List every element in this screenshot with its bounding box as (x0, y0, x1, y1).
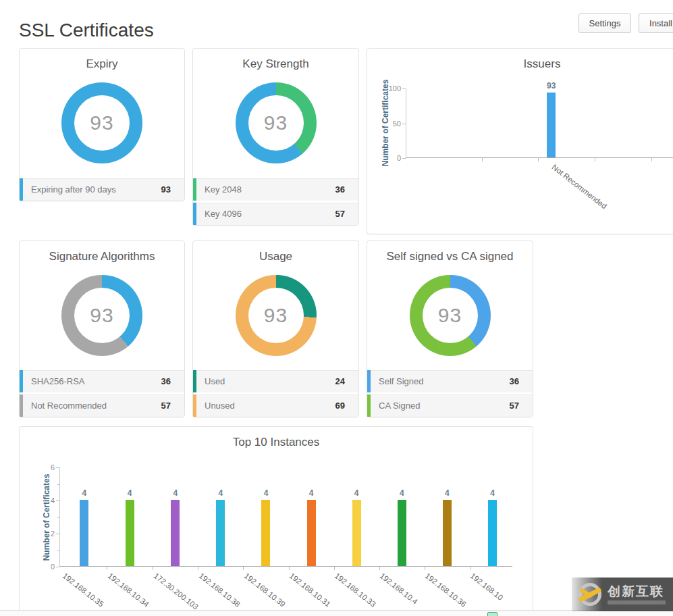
y-tick-label: 0 (36, 563, 55, 571)
legend-item[interactable]: Expiring after 90 days93 (20, 178, 184, 201)
x-axis-tick (334, 567, 335, 570)
y-axis-tick (402, 88, 406, 89)
expiry-card: Expiry 93 Expiring after 90 days93 (19, 48, 185, 201)
y-tick-label: 2 (36, 530, 55, 538)
expiry-legend: Expiring after 90 days93 (20, 176, 184, 201)
x-axis-label: 192.168.10 (469, 571, 505, 602)
bar-192.168.10.39[interactable]: 4 (261, 500, 270, 566)
bar-value-label: 4 (219, 488, 223, 498)
usage-total: 93 (236, 275, 317, 356)
signature-algorithms-donut-chart[interactable]: 93 (61, 275, 142, 356)
bar-192.168.10.31[interactable]: 4 (307, 500, 316, 566)
signature-algorithms-total: 93 (61, 275, 142, 356)
bar-value-label: 4 (490, 488, 495, 498)
usage-card: Usage 93 Used24Unused69 (192, 240, 359, 417)
y-tick-label: 4 (36, 496, 55, 505)
expiry-donut-chart[interactable]: 93 (61, 82, 142, 163)
x-axis-tick (289, 567, 290, 570)
legend-item[interactable]: Key 409657 (193, 203, 358, 225)
watermark-subtext-blur (608, 600, 666, 605)
y-axis-tick (56, 467, 59, 468)
legend-label: Expiring after 90 days (31, 184, 161, 195)
legend-value: 36 (161, 376, 171, 386)
bar-value-label: 4 (309, 488, 314, 498)
legend-value: 93 (161, 184, 171, 195)
bar-192.168.10.4[interactable]: 4 (398, 500, 406, 566)
legend-label: Unused (205, 401, 335, 411)
bar-value-label: 4 (354, 488, 359, 498)
usage-card-title: Usage (193, 250, 358, 263)
settings-button[interactable]: Settings (578, 14, 631, 33)
bar-192.168.10.34[interactable]: 4 (126, 500, 134, 566)
watermark: 创新互联 (572, 578, 673, 611)
bar-192.168.10.35[interactable]: 4 (80, 500, 88, 566)
issuers-bar-chart: 05010093Not Recommended (406, 88, 673, 158)
x-axis-label: 192.168.10.38 (197, 571, 241, 609)
bar-172.30.200.103[interactable]: 4 (171, 500, 180, 566)
signature-algorithms-legend: SHA256-RSA36Not Recommended57 (20, 368, 184, 417)
legend-color-marker (367, 370, 371, 392)
install-button[interactable]: Install (639, 14, 673, 33)
legend-item[interactable]: Unused69 (193, 394, 358, 417)
x-axis-label: 192.168.10.31 (288, 571, 332, 609)
legend-item[interactable]: SHA256-RSA36 (20, 370, 184, 392)
x-axis-tick (651, 158, 652, 161)
x-axis-label: Not Recommended (550, 163, 608, 210)
legend-label: Used (205, 376, 335, 386)
legend-item[interactable]: Used24 (193, 370, 358, 392)
x-axis-label: 192.168.10.35 (61, 571, 105, 609)
x-axis-label: 192.168.10.36 (424, 571, 468, 609)
top-10-instances-card-title: Top 10 Instances (20, 436, 533, 449)
bar-value-label: 4 (173, 488, 178, 498)
legend-value: 57 (161, 401, 171, 411)
y-tick-label: 0 (383, 154, 401, 162)
y-axis-minor-tick (57, 484, 59, 485)
legend-label: Self Signed (379, 376, 510, 386)
legend-color-marker (193, 178, 196, 201)
legend-color-marker (193, 370, 196, 392)
self-vs-ca-donut-chart[interactable]: 93 (410, 275, 491, 356)
legend-label: Not Recommended (31, 401, 161, 411)
signature-algorithms-card-title: Signature Algorithms (20, 250, 184, 263)
y-axis-tick (56, 567, 59, 567)
bar-192.168.10.38[interactable]: 4 (216, 500, 225, 566)
clipped-green-icon (487, 612, 497, 616)
legend-value: 24 (335, 376, 345, 386)
legend-item[interactable]: Not Recommended57 (20, 394, 184, 417)
y-axis-minor-tick (57, 517, 59, 518)
self-vs-ca-card: Self signed vs CA signed 93 Self Signed3… (367, 240, 533, 417)
legend-color-marker (367, 394, 371, 417)
legend-item[interactable]: Key 204836 (193, 178, 358, 201)
y-axis-tick (56, 500, 59, 501)
x-axis-label: 192.168.10.39 (243, 571, 287, 609)
usage-donut-chart[interactable]: 93 (236, 275, 317, 356)
legend-item[interactable]: CA Signed57 (367, 394, 533, 417)
legend-item[interactable]: Self Signed36 (367, 370, 533, 392)
x-axis-label: 192.168.10.4 (379, 571, 419, 606)
expiry-total: 93 (61, 82, 142, 163)
key-strength-total: 93 (236, 82, 317, 163)
key-strength-donut-chart[interactable]: 93 (236, 82, 317, 163)
legend-label: Key 4096 (205, 209, 335, 219)
legend-label: Key 2048 (205, 184, 335, 195)
y-axis-tick (56, 534, 59, 534)
bar-192.168.10.36[interactable]: 4 (443, 500, 452, 566)
bar-192.168.10[interactable]: 4 (488, 500, 497, 566)
self-vs-ca-card-title: Self signed vs CA signed (367, 250, 533, 263)
bar-Not Recommended[interactable]: 93 (547, 93, 556, 157)
page-title: SSL Certificates (19, 20, 154, 41)
bar-value-label: 4 (82, 488, 87, 498)
y-axis-tick (402, 158, 406, 159)
issuers-card-title: Issuers (367, 57, 673, 71)
legend-value: 57 (335, 209, 345, 219)
y-tick-label: 50 (383, 120, 401, 128)
y-tick-label: 100 (383, 84, 401, 93)
watermark-text: 创新互联 (608, 585, 666, 598)
issuers-card: Issuers Number of Certificates 05010093N… (367, 48, 673, 234)
x-axis-label: 172.30.200.103 (152, 571, 199, 611)
x-axis-tick (107, 567, 107, 570)
x-axis-tick (482, 158, 483, 161)
bar-192.168.10.33[interactable]: 4 (352, 500, 361, 566)
x-axis-tick (595, 158, 595, 161)
y-axis-tick (402, 124, 406, 124)
